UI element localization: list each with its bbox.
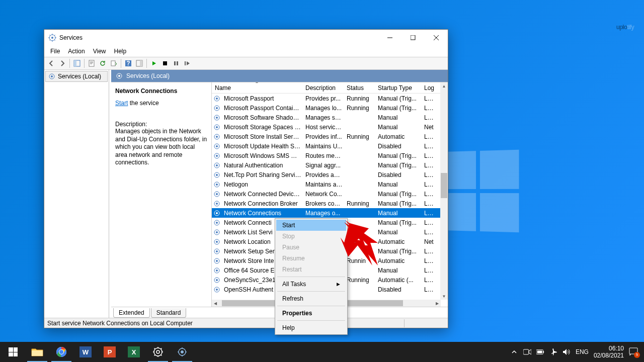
forward-button[interactable] — [57, 58, 67, 68]
tray-meet-now-icon[interactable] — [523, 348, 531, 356]
taskbar-settings[interactable] — [146, 342, 170, 362]
cell-description: Manages so... — [303, 114, 345, 122]
scroll-down-button[interactable]: ▼ — [440, 293, 448, 300]
gear-icon — [213, 257, 221, 265]
ctx-properties[interactable]: Properties — [276, 308, 346, 319]
cell-description: Maintains U... — [303, 142, 345, 150]
taskbar: W P X ENG 06:10 02/08/2021 5 — [0, 342, 644, 362]
svg-rect-73 — [543, 351, 544, 353]
column-status[interactable]: Status — [344, 83, 375, 93]
stop-service-button[interactable] — [160, 58, 170, 68]
scroll-right-button[interactable]: ▶ — [434, 300, 441, 307]
service-row[interactable]: Microsoft Passport Provides pr... Runnin… — [212, 94, 448, 103]
toolbar-separator — [84, 59, 85, 68]
tray-battery-icon[interactable] — [536, 348, 544, 356]
tray-notifications[interactable]: 5 — [629, 347, 639, 357]
cell-logon: Loca — [422, 219, 437, 227]
column-logon[interactable]: Log — [421, 83, 436, 93]
cell-status — [345, 155, 376, 156]
start-button[interactable] — [1, 342, 25, 362]
menu-help[interactable]: Help — [110, 47, 131, 56]
service-row[interactable]: Microsoft Passport Container Manages lo.… — [212, 103, 448, 113]
menu-view[interactable]: View — [89, 47, 110, 56]
ctx-all-tasks[interactable]: All Tasks▶ — [276, 279, 346, 290]
service-row[interactable]: Net.Tcp Port Sharing Service Provides ab… — [212, 170, 448, 179]
help-button[interactable]: ? — [123, 58, 133, 68]
cell-status — [345, 117, 376, 118]
service-row[interactable]: Microsoft Windows SMS Ro... Routes mes..… — [212, 151, 448, 160]
cell-startup: Manual — [376, 123, 422, 131]
refresh-button[interactable] — [98, 58, 108, 68]
cell-status — [345, 194, 376, 195]
pause-service-button[interactable] — [171, 58, 181, 68]
properties-button[interactable] — [87, 58, 97, 68]
cell-logon: Loca — [422, 104, 437, 112]
service-row[interactable]: Microsoft Software Shadow... Manages so.… — [212, 113, 448, 122]
titlebar[interactable]: Services — [44, 30, 448, 46]
ctx-start[interactable]: Start — [276, 220, 346, 231]
show-hide-console-tree-button[interactable] — [72, 58, 82, 68]
tray-clock[interactable]: 06:10 02/08/2021 — [594, 345, 624, 359]
tray-date: 02/08/2021 — [594, 352, 624, 359]
menu-action[interactable]: Action — [64, 47, 89, 56]
service-row[interactable]: Network Connections Manages o... Manual … — [212, 208, 448, 218]
tray-show-hidden-icon[interactable] — [510, 348, 518, 356]
gear-icon — [213, 286, 221, 294]
scroll-up-button[interactable]: ▲ — [440, 82, 448, 89]
taskbar-excel[interactable]: X — [122, 342, 146, 362]
tab-extended[interactable]: Extended — [113, 308, 150, 318]
maximize-button[interactable] — [401, 30, 425, 46]
svg-point-36 — [216, 174, 218, 176]
service-row[interactable]: Microsoft Update Health Se... Maintains … — [212, 141, 448, 151]
service-row[interactable]: Network Connected Device... Network Co..… — [212, 189, 448, 199]
svg-point-26 — [216, 126, 218, 128]
cell-status: Running — [345, 95, 376, 103]
ctx-refresh[interactable]: Refresh — [276, 293, 346, 304]
taskbar-file-explorer[interactable] — [25, 342, 49, 362]
cell-startup: Disabled — [376, 142, 422, 150]
cell-logon: Loca — [422, 200, 437, 208]
service-row[interactable]: Natural Authentication Signal aggr... Ma… — [212, 160, 448, 170]
cell-logon: Net — [422, 123, 437, 131]
menu-file[interactable]: File — [46, 47, 64, 56]
start-text: the service — [128, 100, 158, 107]
vertical-scrollbar[interactable]: ▲ ▼ — [440, 82, 448, 300]
column-name[interactable]: Name▲ — [212, 83, 302, 93]
ctx-help[interactable]: Help — [276, 322, 346, 333]
show-hide-action-pane-button[interactable] — [134, 58, 144, 68]
tray-language[interactable]: ENG — [576, 348, 589, 355]
column-startup-type[interactable]: Startup Type — [375, 83, 421, 93]
taskbar-services[interactable] — [170, 342, 194, 362]
service-row[interactable]: Microsoft Store Install Service Provides… — [212, 132, 448, 141]
tree-item-services-local[interactable]: Services (Local) — [45, 71, 108, 82]
watermark-part2: tify — [627, 24, 634, 31]
taskbar-word[interactable]: W — [73, 342, 98, 362]
scrollbar-thumb[interactable] — [441, 173, 447, 198]
svg-rect-2 — [411, 35, 415, 40]
minimize-button[interactable] — [378, 30, 401, 46]
start-service-button[interactable] — [149, 58, 159, 68]
svg-point-66 — [59, 350, 63, 354]
service-row[interactable]: Microsoft Storage Spaces S... Host servi… — [212, 122, 448, 132]
cell-description: Host service... — [303, 123, 345, 131]
window-title: Services — [59, 34, 378, 41]
tab-standard[interactable]: Standard — [151, 308, 187, 318]
service-row[interactable]: Network Connection Broker Brokers con...… — [212, 199, 448, 208]
taskbar-powerpoint[interactable]: P — [98, 342, 122, 362]
scroll-left-button[interactable]: ◀ — [212, 300, 219, 307]
tray-airplane-icon[interactable] — [549, 348, 557, 356]
export-list-button[interactable] — [109, 58, 119, 68]
column-description[interactable]: Description — [302, 83, 344, 93]
back-button[interactable] — [46, 58, 56, 68]
taskbar-chrome[interactable] — [49, 342, 73, 362]
cell-logon: Loca — [422, 142, 437, 150]
start-link[interactable]: Start — [115, 100, 128, 107]
tray-volume-icon[interactable] — [562, 348, 571, 356]
service-row[interactable]: Netlogon Maintains a ... Manual Loca — [212, 179, 448, 189]
cell-status — [345, 184, 376, 185]
cell-status: Running — [345, 104, 376, 112]
svg-point-60 — [216, 289, 218, 291]
toolbar-separator — [146, 59, 147, 68]
close-button[interactable] — [425, 30, 448, 46]
restart-service-button[interactable] — [182, 58, 192, 68]
